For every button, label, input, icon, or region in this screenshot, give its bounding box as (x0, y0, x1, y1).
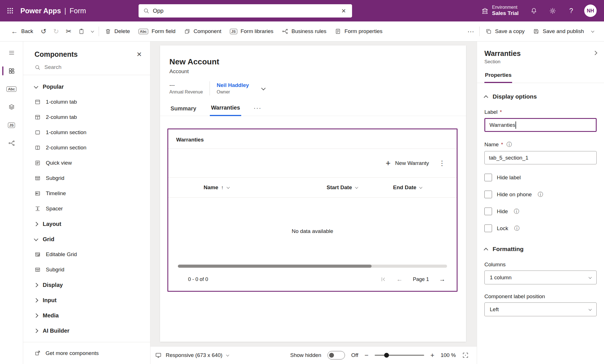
form-libraries-button[interactable]: JS Form libraries (226, 23, 278, 40)
owner-value-link[interactable]: Neil Haddley (217, 82, 249, 88)
chevron-down-icon (226, 353, 229, 356)
business-rules-button[interactable]: Business rules (278, 23, 331, 40)
component-item-subgrid[interactable]: Subgrid (23, 171, 150, 186)
column-header-start-date[interactable]: Start Date (327, 184, 393, 191)
tab-summary[interactable]: Summary (169, 105, 197, 116)
tab-overflow-icon[interactable]: ··· (254, 104, 262, 116)
rail-components-icon[interactable] (0, 62, 23, 80)
cut-button[interactable]: ✂ (62, 23, 75, 40)
component-item-quick-view[interactable]: Quick view (23, 155, 150, 171)
form-properties-button[interactable]: Form properties (331, 23, 387, 40)
display-options-section-header[interactable]: Display options (484, 93, 597, 100)
horizontal-scrollbar[interactable] (178, 265, 447, 268)
zoom-out-icon[interactable]: − (364, 351, 368, 359)
tab-warranties[interactable]: Warranties (210, 104, 241, 116)
component-item-1-column-tab[interactable]: 1-column tab (23, 94, 150, 110)
header-flyout-chevron-icon[interactable] (261, 86, 266, 90)
get-more-components-button[interactable]: Get more components (23, 342, 150, 364)
group-ai-builder[interactable]: AI Builder (23, 323, 150, 338)
form-field-button[interactable]: Abc Form field (134, 23, 180, 40)
hide-label-checkbox-row[interactable]: Hide label (484, 174, 597, 181)
group-grid[interactable]: Grid (23, 232, 150, 247)
lock-checkbox-row[interactable]: Lock ⓘ (484, 224, 597, 232)
fit-to-screen-icon[interactable] (462, 352, 469, 359)
undo-button[interactable]: ↺ (37, 23, 50, 40)
environment-picker[interactable]: Environment Sales Trial (477, 0, 523, 21)
zoom-slider-thumb[interactable] (384, 353, 389, 358)
previous-page-icon[interactable]: ← (396, 276, 403, 283)
formatting-section-header[interactable]: Formatting (484, 246, 597, 252)
notifications-icon[interactable] (526, 3, 542, 19)
rail-form-libraries-icon[interactable]: JS (0, 116, 23, 134)
checkbox-unchecked[interactable] (484, 191, 492, 198)
checkbox-unchecked[interactable] (484, 174, 492, 181)
component-item-2-column-tab[interactable]: 2-column tab (23, 110, 150, 125)
name-input[interactable] (484, 151, 597, 164)
app-launcher-icon[interactable] (0, 0, 20, 21)
zoom-in-icon[interactable]: + (430, 351, 434, 359)
account-avatar[interactable]: NH (584, 5, 597, 17)
paste-button[interactable] (75, 23, 88, 40)
tab-properties[interactable]: Properties (484, 72, 512, 83)
text-cursor (515, 121, 516, 129)
collapse-panel-chevron-icon[interactable] (594, 49, 597, 55)
hide-checkbox-row[interactable]: Hide ⓘ (484, 208, 597, 215)
zoom-slider[interactable] (375, 355, 424, 356)
next-page-icon[interactable]: → (439, 276, 445, 283)
column-header-name[interactable]: Name ↑ (168, 184, 327, 191)
group-display[interactable]: Display (23, 277, 150, 293)
clipboard-menu-button[interactable] (88, 23, 97, 40)
delete-button[interactable]: Delete (101, 23, 134, 40)
components-search-input[interactable] (44, 64, 142, 70)
component-item-timeline[interactable]: Timeline (23, 186, 150, 201)
component-item-editable-grid[interactable]: Editable Grid (23, 247, 150, 262)
rail-business-rules-icon[interactable] (0, 134, 23, 152)
group-layout[interactable]: Layout (23, 216, 150, 232)
settings-gear-icon[interactable] (545, 3, 560, 19)
checkbox-unchecked[interactable] (484, 208, 492, 215)
component-item-1-column-section[interactable]: 1-column section (23, 125, 150, 140)
more-commands-button[interactable]: ··· (464, 23, 478, 40)
redo-button[interactable]: ↻ (50, 23, 62, 40)
label-input[interactable]: Warranties (484, 118, 597, 132)
components-search[interactable] (23, 60, 150, 75)
first-page-icon[interactable] (380, 276, 386, 282)
menu-hamburger-icon[interactable] (0, 44, 23, 62)
save-and-publish-button[interactable]: Save and publish (529, 23, 588, 40)
subgrid-more-icon[interactable]: ⋮ (439, 159, 445, 167)
group-popular[interactable]: Popular (23, 79, 150, 94)
back-button[interactable]: ← Back (7, 23, 37, 40)
help-icon[interactable]: ? (563, 3, 579, 19)
selected-section-warranties[interactable]: Warranties + New Warranty ⋮ Name ↑ (167, 128, 458, 292)
show-hidden-toggle[interactable] (327, 351, 345, 359)
component-item-2-column-section[interactable]: 2-column section (23, 140, 150, 155)
brand-name[interactable]: Power Apps (20, 7, 61, 15)
info-icon[interactable]: ⓘ (538, 191, 543, 198)
global-search-input[interactable] (153, 8, 338, 14)
components-tree: Popular 1-column tab 2-column tab 1-colu… (23, 75, 150, 342)
group-input[interactable]: Input (23, 293, 150, 308)
save-copy-button[interactable]: Save a copy (481, 23, 529, 40)
info-icon[interactable]: ⓘ (514, 225, 519, 232)
columns-dropdown[interactable]: 1 column (484, 271, 597, 284)
scrollbar-thumb[interactable] (178, 265, 372, 268)
checkbox-unchecked[interactable] (484, 224, 492, 232)
preview-size-selector[interactable]: Responsive (673 x 640) (155, 352, 229, 359)
required-asterisk: * (501, 141, 503, 148)
close-panel-icon[interactable]: × (137, 50, 142, 58)
component-label-position-dropdown[interactable]: Left (484, 302, 597, 316)
hide-on-phone-checkbox-row[interactable]: Hide on phone ⓘ (484, 191, 597, 198)
component-item-grid-subgrid[interactable]: Subgrid (23, 262, 150, 277)
group-media[interactable]: Media (23, 308, 150, 323)
clear-search-icon[interactable]: × (338, 5, 349, 16)
component-button[interactable]: Component (180, 23, 226, 40)
save-menu-button[interactable] (588, 23, 597, 40)
info-icon[interactable]: ⓘ (506, 141, 512, 148)
global-search[interactable]: × (139, 4, 352, 18)
component-item-spacer[interactable]: Spacer (23, 201, 150, 216)
column-header-end-date[interactable]: End Date (393, 184, 457, 191)
rail-fields-icon[interactable]: Abc (0, 80, 23, 98)
rail-tree-view-icon[interactable] (0, 98, 23, 116)
new-warranty-button[interactable]: + New Warranty (386, 159, 429, 167)
info-icon[interactable]: ⓘ (514, 208, 519, 215)
